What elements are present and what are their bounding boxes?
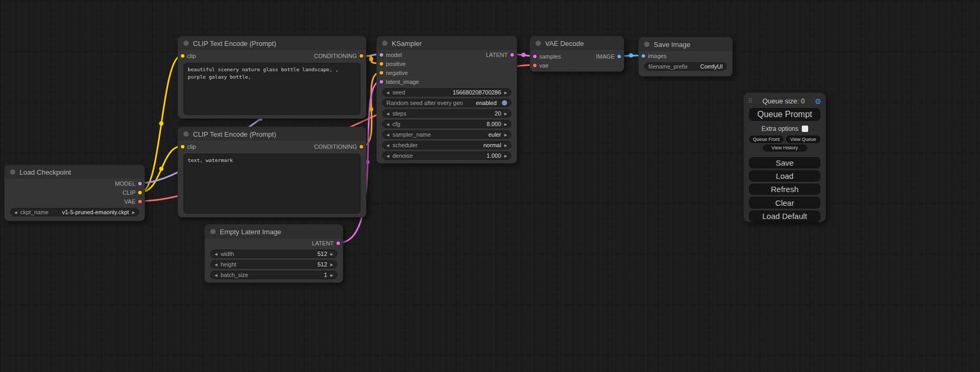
collapse-dot[interactable] [183,131,189,137]
widget-batch-size[interactable]: ◀ batch_size 1 ▶ [210,271,337,279]
decrement-arrow-icon[interactable]: ◀ [386,91,389,94]
queue-prompt-button[interactable]: Queue Prompt [749,108,820,120]
slot-dot-positive-in[interactable] [379,61,384,66]
node-empty-latent-image[interactable]: Empty Latent Image LATENT ◀ width 512 ▶ … [205,224,343,283]
seed-toggle-icon[interactable] [502,100,507,106]
widget-label: height [220,261,236,268]
workflow-canvas[interactable]: { "colors": { "clip": "#FFD500", "model"… [0,0,980,372]
slot-dot-model-out[interactable] [138,181,142,186]
collapse-dot[interactable] [183,41,189,46]
widget-value: v1-5-pruned-emaonly.ckpt [62,209,129,215]
output-slot-vae: VAE [5,197,144,206]
queue-front-button[interactable]: Queue Front [749,136,783,143]
decrement-arrow-icon[interactable]: ◀ [215,263,217,266]
clear-button[interactable]: Clear [749,197,820,208]
widget-scheduler[interactable]: ◀ scheduler normal ▶ [382,141,511,149]
node-title-bar[interactable]: Empty Latent Image [205,225,343,239]
node-load-checkpoint[interactable]: Load Checkpoint MODEL CLIP VAE ◀ ckpt_na… [4,165,145,221]
node-title: CLIP Text Encode (Prompt) [193,130,276,138]
slot-dot-conditioning-out[interactable] [359,145,364,149]
node-title-bar[interactable]: CLIP Text Encode (Prompt) [178,127,366,141]
widget-ckpt-name[interactable]: ◀ ckpt_name v1-5-pruned-emaonly.ckpt ▶ [10,208,139,216]
input-slot-label: negative [386,70,408,76]
slot-dot-image-out[interactable] [617,54,622,59]
refresh-button[interactable]: Refresh [749,184,820,195]
increment-arrow-icon[interactable]: ▶ [504,112,507,116]
decrement-arrow-icon[interactable]: ◀ [386,122,389,126]
slot-dot-negative-in[interactable] [379,70,384,75]
slot-dot-vae-in[interactable] [532,63,537,68]
collapse-dot[interactable] [536,41,541,46]
decrement-arrow-icon[interactable]: ◀ [386,154,389,158]
widget-filename-prefix[interactable]: filename_prefix ComfyUI [644,62,727,71]
slot-dot-clip-out[interactable] [138,190,142,195]
increment-arrow-icon[interactable]: ▶ [504,154,507,158]
node-title-bar[interactable]: KSampler [377,36,517,50]
slot-dot-vae-out[interactable] [138,199,142,204]
load-button[interactable]: Load [749,170,820,182]
increment-arrow-icon[interactable]: ▶ [331,252,333,256]
collapse-dot[interactable] [382,41,387,46]
settings-gear-icon[interactable]: ⚙ [814,97,821,106]
save-button[interactable]: Save [749,157,820,168]
input-slot-label: images [648,53,666,59]
widget-label: width [220,251,234,257]
slot-dot-latent-out[interactable] [510,52,515,57]
widget-seed[interactable]: ◀ seed 156680208700286 ▶ [382,88,511,97]
link-midpoint-dot [629,53,633,58]
extra-options-checkbox[interactable] [802,126,808,132]
negative-prompt-textarea[interactable]: text, watermark [183,154,361,214]
collapse-dot[interactable] [210,229,216,234]
widget-value: 156680208700286 [453,89,501,96]
slot-row: latent_image [377,77,517,86]
node-title-bar[interactable]: CLIP Text Encode (Prompt) [178,36,366,50]
node-title-bar[interactable]: VAE Decode [530,36,624,50]
slot-dot-latent-in[interactable] [379,79,384,84]
widget-cfg[interactable]: ◀ cfg 8.000 ▶ [382,120,511,128]
collapse-dot[interactable] [644,42,649,47]
increment-arrow-icon[interactable]: ▶ [504,133,507,137]
slot-dot-conditioning-out[interactable] [359,54,364,59]
node-title-bar[interactable]: Load Checkpoint [5,165,144,179]
increment-arrow-icon[interactable]: ▶ [504,122,507,126]
decrement-arrow-icon[interactable]: ◀ [386,112,389,116]
slot-dot-latent-out[interactable] [336,241,341,245]
collapse-dot[interactable] [10,169,15,175]
increment-arrow-icon[interactable]: ▶ [504,91,507,94]
load-default-button[interactable]: Load Default [749,211,820,222]
node-vae-decode[interactable]: VAE Decode samples IMAGE vae [530,36,624,72]
node-save-image[interactable]: Save Image images filename_prefix ComfyU… [638,37,733,77]
slot-dot-images-in[interactable] [641,53,646,58]
positive-prompt-textarea[interactable]: beautiful scenery nature glass bottle la… [183,63,361,115]
widget-sampler-name[interactable]: ◀ sampler_name euler ▶ [382,130,511,139]
decrement-arrow-icon[interactable]: ◀ [386,144,389,147]
slot-dot-model-in[interactable] [379,52,384,57]
slot-dot-samples-in[interactable] [532,54,537,59]
output-slot-label: LATENT [486,52,508,58]
slot-row: vae [530,61,624,70]
decrement-arrow-icon[interactable]: ◀ [215,252,217,256]
slot-dot-clip-in[interactable] [180,54,185,59]
increment-arrow-icon[interactable]: ▶ [504,144,507,147]
widget-steps[interactable]: ◀ steps 20 ▶ [382,109,511,118]
node-title-bar[interactable]: Save Image [639,37,732,51]
decrement-arrow-icon[interactable]: ◀ [386,133,389,137]
node-clip-text-encode-negative[interactable]: CLIP Text Encode (Prompt) clip CONDITION… [178,127,366,217]
widget-denoise[interactable]: ◀ denoise 1.000 ▶ [382,151,511,160]
node-ksampler[interactable]: KSampler model LATENT positive negative … [376,36,517,164]
decrement-arrow-icon[interactable]: ◀ [215,273,217,277]
increment-arrow-icon[interactable]: ▶ [132,211,135,214]
increment-arrow-icon[interactable]: ▶ [331,263,333,266]
slot-dot-clip-in[interactable] [180,145,185,149]
increment-arrow-icon[interactable]: ▶ [331,273,333,277]
widget-value: 8.000 [487,121,501,127]
node-clip-text-encode-positive[interactable]: CLIP Text Encode (Prompt) clip CONDITION… [178,36,366,119]
output-slot-label: IMAGE [596,53,615,60]
widget-width[interactable]: ◀ width 512 ▶ [210,250,337,258]
view-queue-button[interactable]: View Queue [786,136,820,143]
view-history-button[interactable]: View History [763,145,807,151]
widget-height[interactable]: ◀ height 512 ▶ [210,260,337,269]
decrement-arrow-icon[interactable]: ◀ [14,211,17,214]
drag-handle-icon[interactable]: ⠿ [748,98,752,104]
widget-random-seed-control[interactable]: Random seed after every gen enabled [382,99,511,107]
